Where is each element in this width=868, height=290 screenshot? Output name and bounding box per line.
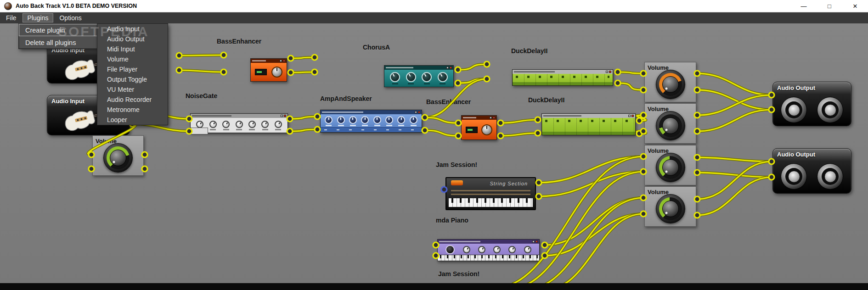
plugin-titlebar[interactable] [462, 116, 496, 120]
plugin-titlebar[interactable] [321, 110, 422, 114]
audio-output-node-1[interactable]: Audio Output [772, 82, 851, 126]
knob[interactable] [508, 246, 516, 253]
menu-item-create-plugin[interactable]: Create plugin [19, 24, 98, 36]
submenu-item-audio-output[interactable]: Audio Output [97, 34, 168, 44]
plugin-titlebar[interactable] [384, 66, 453, 70]
knob[interactable] [261, 121, 269, 128]
plugin-minimize-button[interactable] [490, 117, 492, 119]
plugin-minimize-button[interactable] [628, 115, 631, 117]
duck-delay-plugin-1[interactable] [512, 69, 613, 86]
menu-item-delete-all-plugins[interactable]: Delete all plugins [19, 36, 98, 49]
volume-node-2[interactable]: Volume [644, 103, 696, 144]
maximize-button[interactable]: □ [817, 0, 842, 12]
bass-enhancer-plugin-1[interactable] [250, 58, 287, 82]
control-row[interactable] [451, 194, 530, 195]
volume-node-3[interactable]: Volume [92, 135, 144, 176]
plugin-titlebar[interactable] [191, 114, 287, 118]
knob[interactable] [438, 72, 448, 82]
knob[interactable] [222, 121, 230, 128]
knob[interactable] [209, 121, 217, 128]
amp-speaker-plugin[interactable] [320, 110, 422, 133]
node-title: Audio Output [773, 149, 851, 158]
minimize-button[interactable]: — [791, 0, 817, 12]
plugin-titlebar[interactable] [438, 240, 539, 244]
submenu-item-looper[interactable]: Looper [97, 115, 168, 125]
piano-keyboard[interactable] [448, 198, 533, 207]
plugin-minimize-button[interactable] [415, 111, 417, 113]
volume-node-1[interactable]: Volume [644, 62, 696, 102]
knob-group [438, 72, 448, 84]
knob[interactable] [271, 67, 282, 78]
knob[interactable] [385, 116, 393, 124]
piano-keyboard[interactable] [438, 255, 539, 261]
knob[interactable] [410, 116, 417, 124]
volume-knob[interactable] [103, 143, 133, 173]
knob[interactable] [463, 246, 470, 253]
knob[interactable] [349, 116, 357, 124]
bass-enhancer-plugin-2[interactable] [461, 115, 497, 140]
knob[interactable] [445, 245, 455, 254]
knob[interactable] [248, 121, 256, 128]
menu-item-file[interactable]: File [1, 13, 22, 22]
control-row[interactable] [451, 190, 530, 191]
knob[interactable] [481, 124, 492, 135]
plugin-close-button[interactable] [418, 111, 420, 113]
plugin-close-button[interactable] [609, 71, 611, 73]
knob[interactable] [275, 121, 282, 128]
menu-item-options[interactable]: Options [54, 13, 86, 22]
knob[interactable] [406, 72, 416, 82]
submenu-item-output-toggle[interactable]: Output Toggle [97, 74, 168, 84]
knob[interactable] [422, 72, 432, 82]
plugin-close-button[interactable] [450, 67, 452, 69]
bypass-box[interactable] [191, 128, 208, 134]
submenu-item-vu-meter[interactable]: VU Meter [97, 84, 168, 95]
slider-row[interactable] [545, 120, 632, 122]
plugin-titlebar[interactable] [542, 114, 635, 118]
plugin-close-button[interactable] [631, 115, 634, 117]
knob[interactable] [524, 246, 531, 253]
plugin-minimize-button[interactable] [281, 115, 283, 117]
submenu-item-file-player[interactable]: File Player [97, 64, 168, 74]
plugin-close-button[interactable] [493, 117, 495, 119]
mda-piano-plugin[interactable] [437, 239, 540, 261]
volume-knob[interactable] [656, 70, 685, 99]
audio-output-node-2[interactable]: Audio Output [772, 148, 851, 194]
duck-delay-plugin-2[interactable] [541, 113, 636, 135]
knob[interactable] [325, 116, 333, 124]
knob[interactable] [397, 116, 405, 124]
knob[interactable] [196, 121, 203, 128]
knob[interactable] [361, 116, 369, 124]
plugin-close-button[interactable] [283, 60, 285, 62]
string-section-plugin[interactable]: String Section [445, 177, 536, 210]
plugin-minimize-button[interactable] [606, 71, 608, 73]
knob[interactable] [373, 116, 381, 124]
submenu-item-audio-recorder[interactable]: Audio Recorder [97, 95, 168, 105]
volume-knob[interactable] [656, 111, 685, 140]
plugin-minimize-button[interactable] [532, 240, 535, 243]
noise-gate-plugin[interactable] [190, 113, 288, 133]
plugin-titlebar[interactable] [513, 70, 613, 74]
knob[interactable] [236, 121, 243, 128]
volume-knob[interactable] [656, 194, 685, 223]
plugin-titlebar[interactable] [251, 59, 287, 63]
volume-node-4[interactable]: Volume [644, 145, 696, 185]
volume-knob[interactable] [656, 153, 685, 182]
chorus-plugin[interactable] [384, 65, 454, 87]
knob[interactable] [390, 72, 400, 82]
plugin-minimize-button[interactable] [280, 60, 282, 62]
knob[interactable] [493, 246, 501, 253]
volume-node-5[interactable]: Volume [644, 186, 696, 227]
close-button[interactable]: ✕ [842, 0, 868, 12]
submenu-item-audio-input[interactable]: Audio Input [97, 24, 168, 34]
knob[interactable] [478, 246, 485, 253]
slider-row[interactable] [516, 76, 609, 78]
submenu-item-volume[interactable]: Volume [97, 54, 168, 64]
menu-item-plugins[interactable]: Plugins [23, 13, 54, 22]
knob-group [397, 116, 405, 126]
submenu-item-metronome[interactable]: Metronome [97, 105, 168, 115]
plugin-close-button[interactable] [535, 240, 538, 243]
knob[interactable] [337, 116, 345, 124]
plugin-minimize-button[interactable] [446, 67, 449, 69]
plugin-close-button[interactable] [284, 115, 286, 117]
submenu-item-midi-input[interactable]: Midi Input [97, 44, 168, 54]
